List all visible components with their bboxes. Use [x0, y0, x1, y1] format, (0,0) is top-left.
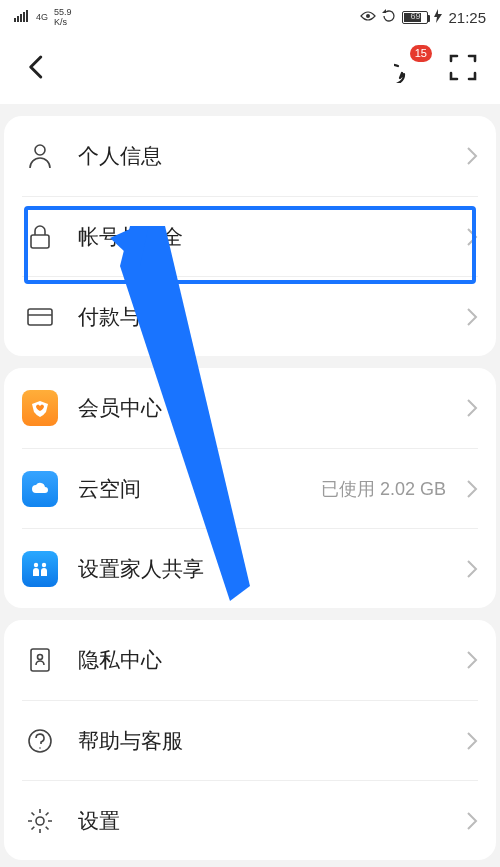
section-account: 个人信息 帐号与安全 付款与账单: [4, 116, 496, 356]
row-label: 付款与账单: [78, 303, 446, 331]
privacy-icon: [22, 642, 58, 678]
row-profile[interactable]: 个人信息: [22, 116, 478, 196]
messages-badge: 15: [410, 45, 432, 62]
row-value: 已使用 2.02 GB: [321, 477, 446, 501]
svg-point-11: [42, 562, 46, 566]
svg-rect-8: [28, 309, 52, 325]
heart-shield-icon: [22, 390, 58, 426]
help-icon: [22, 723, 58, 759]
row-label: 设置家人共享: [78, 555, 446, 583]
row-label: 帮助与客服: [78, 727, 446, 755]
network-icon: [14, 10, 30, 25]
chevron-right-icon: [466, 146, 478, 166]
chevron-right-icon: [466, 559, 478, 579]
scan-button[interactable]: [448, 52, 478, 86]
refresh-icon: [382, 9, 396, 26]
row-label: 设置: [78, 807, 446, 835]
lock-icon: [22, 219, 58, 255]
cloud-icon: [22, 471, 58, 507]
chevron-right-icon: [466, 398, 478, 418]
row-privacy[interactable]: 隐私中心: [22, 620, 478, 700]
bolt-icon: [434, 9, 442, 26]
svg-point-10: [34, 562, 38, 566]
svg-rect-4: [26, 10, 28, 22]
row-label: 个人信息: [78, 142, 446, 170]
svg-point-13: [38, 655, 43, 660]
svg-rect-7: [31, 235, 49, 248]
chevron-right-icon: [466, 479, 478, 499]
card-icon: [22, 299, 58, 335]
chevron-right-icon: [466, 811, 478, 831]
svg-rect-1: [17, 16, 19, 22]
svg-rect-0: [14, 18, 16, 22]
row-cloud[interactable]: 云空间 已使用 2.02 GB: [22, 448, 478, 528]
row-family[interactable]: 设置家人共享: [22, 528, 478, 608]
row-label: 隐私中心: [78, 646, 446, 674]
svg-point-5: [366, 14, 370, 18]
svg-point-6: [35, 145, 45, 155]
status-bar: 4G 55.9 K/s 69 21:25: [0, 0, 500, 34]
section-services: 会员中心 云空间 已使用 2.02 GB 设置家人共享: [4, 368, 496, 608]
section-system: 隐私中心 帮助与客服 设置: [4, 620, 496, 860]
eye-icon: [360, 10, 376, 25]
row-payment[interactable]: 付款与账单: [22, 276, 478, 356]
battery-icon: 69: [402, 11, 428, 24]
row-help[interactable]: 帮助与客服: [22, 700, 478, 780]
svg-rect-3: [23, 12, 25, 22]
nav-bar: 15: [0, 34, 500, 104]
network-label: 4G: [36, 13, 48, 22]
messages-button[interactable]: 15: [394, 51, 426, 87]
svg-point-16: [36, 817, 44, 825]
chevron-right-icon: [466, 731, 478, 751]
clock-time: 21:25: [448, 9, 486, 26]
row-label: 帐号与安全: [78, 223, 446, 251]
gear-icon: [22, 803, 58, 839]
svg-rect-2: [20, 14, 22, 22]
net-speed: 55.9 K/s: [54, 7, 72, 27]
family-icon: [22, 551, 58, 587]
row-member[interactable]: 会员中心: [22, 368, 478, 448]
chevron-right-icon: [466, 307, 478, 327]
back-button[interactable]: [22, 52, 52, 86]
row-security[interactable]: 帐号与安全: [22, 196, 478, 276]
chevron-right-icon: [466, 227, 478, 247]
row-settings[interactable]: 设置: [22, 780, 478, 860]
row-label: 会员中心: [78, 394, 446, 422]
person-icon: [22, 138, 58, 174]
svg-point-15: [39, 747, 41, 749]
row-label: 云空间: [78, 475, 301, 503]
chevron-right-icon: [466, 650, 478, 670]
